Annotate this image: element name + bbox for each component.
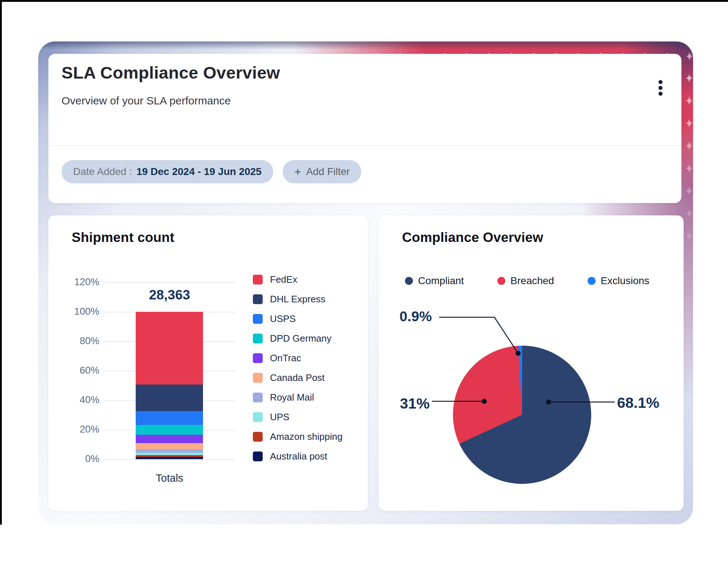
header-divider bbox=[48, 146, 681, 146]
legend-swatch bbox=[253, 294, 263, 304]
bar-segment-australia-post bbox=[136, 457, 203, 459]
legend-label: OnTrac bbox=[270, 353, 301, 364]
legend-item: Canada Post bbox=[253, 368, 342, 387]
date-filter-value: 19 Dec 2024 - 19 Jun 2025 bbox=[136, 166, 262, 178]
legend-item: USPS bbox=[253, 309, 342, 329]
y-axis-tick: 60% bbox=[48, 365, 99, 376]
add-filter-button[interactable]: + Add Filter bbox=[283, 160, 362, 183]
bar-segment-ontrac bbox=[136, 435, 203, 443]
page-subtitle: Overview of your SLA performance bbox=[61, 95, 231, 107]
bar-segment-fedex bbox=[136, 312, 203, 385]
legend-label: DPD Germany bbox=[270, 333, 331, 344]
legend-label: FedEx bbox=[270, 274, 297, 285]
shipment-count-title: Shipment count bbox=[72, 230, 174, 245]
legend-item: OnTrac bbox=[253, 348, 342, 368]
pie-chart bbox=[453, 346, 591, 484]
legend-dot bbox=[405, 277, 413, 285]
legend-label: Royal Mail bbox=[270, 392, 314, 403]
legend-swatch bbox=[253, 314, 263, 324]
sparkle-icon: ✦ bbox=[685, 140, 693, 153]
sparkle-icon: ✦ bbox=[685, 95, 693, 108]
sparkle-icon: ✦ bbox=[685, 230, 693, 243]
legend-label: Compliant bbox=[418, 275, 464, 287]
date-filter-chip[interactable]: Date Added : 19 Dec 2024 - 19 Jun 2025 bbox=[61, 160, 273, 183]
legend-item: DHL Express bbox=[253, 289, 342, 309]
sparkle-icon: ✦ bbox=[685, 162, 693, 175]
callout-compliant: 68.1% bbox=[617, 394, 659, 411]
gridline bbox=[104, 282, 235, 283]
add-filter-label: Add Filter bbox=[306, 166, 350, 178]
legend-item: UPS bbox=[253, 407, 342, 427]
sparkle-icon: ✦ bbox=[685, 117, 693, 130]
pie-legend: CompliantBreachedExclusions bbox=[405, 275, 649, 287]
y-axis-tick: 0% bbox=[48, 453, 99, 465]
legend-swatch bbox=[253, 393, 263, 402]
legend-swatch bbox=[253, 412, 263, 422]
y-axis-tick: 100% bbox=[48, 306, 99, 317]
page-title: SLA Compliance Overview bbox=[61, 63, 280, 83]
y-axis-tick: 80% bbox=[48, 335, 99, 347]
bar-legend: FedExDHL ExpressUSPSDPD GermanyOnTracCan… bbox=[253, 270, 342, 466]
sparkle-icon: ✦ bbox=[685, 207, 693, 220]
screenshot-frame-top bbox=[0, 0, 728, 2]
legend-label: Australia post bbox=[270, 451, 327, 462]
y-axis-tick: 20% bbox=[48, 424, 99, 435]
legend-label: USPS bbox=[270, 313, 296, 325]
screenshot-frame-left bbox=[0, 0, 2, 525]
y-axis-tick: 120% bbox=[48, 276, 99, 288]
bar-segment-ups bbox=[136, 453, 203, 455]
legend-dot bbox=[588, 277, 596, 285]
y-axis-tick: 40% bbox=[48, 394, 99, 406]
callout-exclusions: 0.9% bbox=[399, 309, 432, 325]
legend-label: Breached bbox=[510, 275, 554, 287]
compliance-title: Compliance Overview bbox=[402, 230, 543, 245]
legend-item: Amazon shipping bbox=[253, 427, 342, 446]
plus-icon: + bbox=[294, 165, 301, 179]
filter-bar: Date Added : 19 Dec 2024 - 19 Jun 2025 +… bbox=[61, 160, 361, 183]
kebab-menu-icon[interactable] bbox=[659, 80, 663, 96]
legend-label: UPS bbox=[270, 411, 289, 423]
legend-label: Canada Post bbox=[270, 372, 325, 383]
legend-swatch bbox=[253, 334, 263, 343]
callout-breached: 31% bbox=[400, 395, 430, 412]
pie-legend-item: Breached bbox=[497, 275, 554, 287]
bar-segment-canada-post bbox=[136, 443, 203, 449]
legend-item: Royal Mail bbox=[253, 387, 342, 407]
legend-item: Australia post bbox=[253, 446, 342, 466]
header-card: SLA Compliance Overview Overview of your… bbox=[48, 54, 681, 203]
legend-swatch bbox=[253, 451, 263, 461]
bar-segment-royal-mail bbox=[136, 449, 203, 453]
legend-label: Exclusions bbox=[601, 275, 649, 287]
legend-item: FedEx bbox=[253, 270, 342, 289]
legend-label: DHL Express bbox=[270, 294, 325, 305]
legend-swatch bbox=[253, 373, 263, 383]
legend-label: Amazon shipping bbox=[270, 431, 342, 442]
shipment-count-card: Shipment count 120%100%80%60%40%20%0% 28… bbox=[48, 215, 368, 511]
gridline bbox=[104, 459, 235, 460]
legend-swatch bbox=[253, 432, 263, 442]
dashboard-panel: ✦✦✦✦✦✦✦✦✦✦✦✦✦✦✦✦✦✦✦✦✦✦✦ SLA Compliance O… bbox=[38, 41, 693, 524]
bar-segment-dpd-germany bbox=[136, 425, 203, 435]
pie-legend-item: Compliant bbox=[405, 275, 464, 287]
legend-swatch bbox=[253, 275, 263, 285]
date-filter-label: Date Added : bbox=[73, 166, 132, 178]
sparkle-icon: ✦ bbox=[685, 50, 693, 63]
bar-segment-dhl-express bbox=[136, 385, 203, 411]
sparkle-icon: ✦ bbox=[685, 72, 693, 85]
legend-swatch bbox=[253, 353, 263, 363]
bar-segment-usps bbox=[136, 411, 203, 425]
x-axis-label: Totals bbox=[104, 472, 235, 484]
pie-legend-item: Exclusions bbox=[588, 275, 649, 287]
legend-dot bbox=[497, 277, 505, 285]
compliance-card: Compliance Overview CompliantBreachedExc… bbox=[379, 215, 684, 511]
sparkle-icon: ✦ bbox=[685, 185, 693, 198]
legend-item: DPD Germany bbox=[253, 329, 342, 348]
bar-total-label: 28,363 bbox=[104, 287, 235, 303]
